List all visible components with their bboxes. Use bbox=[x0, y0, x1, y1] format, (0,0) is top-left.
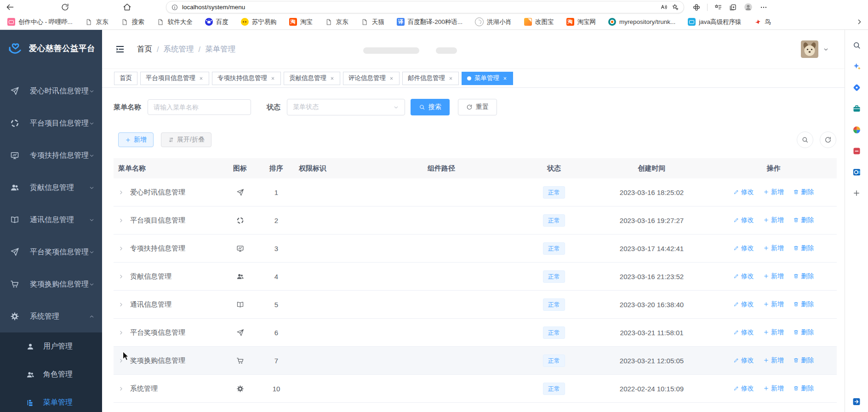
add-link[interactable]: 新增 bbox=[763, 188, 784, 196]
bookmark-item[interactable]: 鸟 bbox=[754, 18, 771, 26]
bookmark-item[interactable]: 淘淘宝 bbox=[289, 18, 313, 26]
close-icon[interactable] bbox=[270, 76, 275, 81]
delete-link[interactable]: 删除 bbox=[793, 188, 814, 196]
add-link[interactable]: 新增 bbox=[763, 384, 784, 393]
tab-platform-project[interactable]: 平台项目信息管理 bbox=[140, 72, 209, 85]
close-icon[interactable] bbox=[503, 76, 508, 81]
sidebar-item-special-support[interactable]: 专项扶持信息管理 bbox=[0, 139, 102, 172]
delete-link[interactable]: 删除 bbox=[793, 272, 814, 280]
expand-collapse-button[interactable]: 展开/折叠 bbox=[161, 132, 211, 147]
avatar[interactable] bbox=[801, 40, 818, 58]
bookmark-item[interactable]: java高级程序猿 bbox=[688, 18, 741, 26]
add-icon[interactable] bbox=[851, 188, 862, 198]
toolbox-icon[interactable] bbox=[851, 103, 862, 114]
breadcrumb-item-home[interactable]: 首页 bbox=[137, 44, 152, 54]
favorites-icon[interactable] bbox=[714, 3, 722, 11]
tab-special-support[interactable]: 专项扶持信息管理 bbox=[212, 72, 281, 85]
url-text[interactable]: localhost/system/menu bbox=[182, 4, 656, 11]
user-menu[interactable] bbox=[801, 40, 829, 58]
bookmark-item[interactable]: 百度 bbox=[205, 18, 228, 26]
bookmark-item[interactable]: 搜索 bbox=[121, 18, 144, 26]
sidebar-item-user-management[interactable]: 用户管理 bbox=[0, 332, 102, 360]
copilot-icon[interactable] bbox=[851, 61, 862, 71]
add-link[interactable]: 新增 bbox=[763, 216, 784, 224]
browser-essentials-icon[interactable] bbox=[852, 397, 862, 406]
shopping-icon[interactable] bbox=[851, 82, 862, 92]
tab-home[interactable]: 首页 bbox=[114, 72, 137, 85]
bookmark-item[interactable]: 洪湖小肖 bbox=[475, 17, 512, 26]
add-link[interactable]: 新增 bbox=[763, 244, 784, 252]
read-aloud-icon[interactable] bbox=[660, 3, 668, 11]
profile-icon[interactable] bbox=[743, 2, 753, 12]
address-bar[interactable]: localhost/system/menu bbox=[166, 1, 684, 13]
table-search-button[interactable] bbox=[797, 132, 813, 148]
status-select[interactable]: 菜单状态 bbox=[287, 99, 405, 115]
apps-icon[interactable] bbox=[851, 125, 862, 135]
expand-caret-icon[interactable] bbox=[118, 386, 124, 392]
delete-link[interactable]: 删除 bbox=[793, 384, 814, 393]
sidebar-item-love-news[interactable]: 爱心时讯信息管理 bbox=[0, 75, 102, 107]
close-icon[interactable] bbox=[389, 76, 394, 81]
delete-link[interactable]: 删除 bbox=[793, 300, 814, 309]
bookmark-item[interactable]: 京东 bbox=[325, 18, 348, 26]
back-icon[interactable] bbox=[3, 1, 17, 13]
notes-icon[interactable] bbox=[851, 146, 862, 156]
menu-name-input[interactable] bbox=[148, 99, 251, 115]
delete-link[interactable]: 删除 bbox=[793, 244, 814, 252]
edit-link[interactable]: 修改 bbox=[733, 188, 754, 196]
add-link[interactable]: 新增 bbox=[763, 300, 784, 309]
edit-link[interactable]: 修改 bbox=[733, 272, 754, 280]
sidebar-item-menu-management[interactable]: 菜单管理 bbox=[0, 389, 102, 412]
sidebar-item-platform-project[interactable]: 平台项目信息管理 bbox=[0, 107, 102, 139]
tab-menu-management[interactable]: 菜单管理 bbox=[462, 72, 513, 85]
tab-mail[interactable]: 邮件信息管理 bbox=[402, 72, 459, 85]
bookmark-item[interactable]: 苏宁易购 bbox=[241, 18, 277, 26]
edit-link[interactable]: 修改 bbox=[733, 244, 754, 252]
bookmark-item[interactable]: 软件大全 bbox=[157, 18, 193, 26]
collections-icon[interactable] bbox=[729, 3, 737, 11]
edit-link[interactable]: 修改 bbox=[733, 384, 754, 393]
close-icon[interactable] bbox=[448, 76, 453, 81]
delete-link[interactable]: 删除 bbox=[793, 356, 814, 365]
add-link[interactable]: 新增 bbox=[763, 328, 784, 337]
breadcrumb-item-system[interactable]: 系统管理 bbox=[164, 44, 194, 54]
add-link[interactable]: 新增 bbox=[763, 356, 784, 365]
tab-comments[interactable]: 评论信息管理 bbox=[343, 72, 400, 85]
expand-caret-icon[interactable] bbox=[118, 189, 124, 195]
expand-caret-icon[interactable] bbox=[118, 246, 124, 252]
table-refresh-button[interactable] bbox=[820, 132, 836, 148]
tab-contribution[interactable]: 贡献信息管理 bbox=[284, 72, 340, 85]
sidebar-item-platform-awards[interactable]: 平台奖项信息管理 bbox=[0, 236, 102, 268]
add-button[interactable]: 新增 bbox=[118, 132, 154, 147]
bookmark-item[interactable]: 京东 bbox=[85, 18, 108, 26]
app-logo-row[interactable]: 爱心慈善公益平台 bbox=[0, 30, 102, 67]
home-icon[interactable] bbox=[120, 1, 134, 13]
refresh-icon[interactable] bbox=[58, 1, 72, 13]
expand-caret-icon[interactable] bbox=[118, 358, 124, 364]
sidebar-item-role-management[interactable]: 角色管理 bbox=[0, 360, 102, 389]
sidebar-item-system[interactable]: 系统管理 bbox=[0, 300, 102, 332]
close-icon[interactable] bbox=[199, 76, 204, 81]
delete-link[interactable]: 删除 bbox=[793, 328, 814, 337]
delete-link[interactable]: 删除 bbox=[793, 216, 814, 224]
expand-caret-icon[interactable] bbox=[118, 330, 124, 336]
site-info-icon[interactable] bbox=[171, 4, 178, 11]
bookmark-item[interactable]: 译百度翻译-200种语... bbox=[397, 18, 463, 26]
expand-caret-icon[interactable] bbox=[118, 274, 124, 280]
sidebar-item-communication[interactable]: 通讯信息管理 bbox=[0, 204, 102, 236]
expand-caret-icon[interactable] bbox=[118, 217, 124, 223]
bookmark-item[interactable]: 淘淘宝网 bbox=[566, 18, 596, 26]
extensions-icon[interactable] bbox=[692, 3, 701, 11]
reset-button[interactable]: 重置 bbox=[458, 99, 497, 115]
search-icon[interactable] bbox=[851, 40, 862, 50]
add-favorite-icon[interactable] bbox=[671, 3, 679, 11]
edit-link[interactable]: 修改 bbox=[733, 216, 754, 224]
sidebar-item-award-exchange[interactable]: 奖项换购信息管理 bbox=[0, 268, 102, 300]
edit-link[interactable]: 修改 bbox=[733, 328, 754, 337]
bookmark-item[interactable]: myrepository/trunk... bbox=[608, 18, 675, 26]
sidebar-item-contribution[interactable]: 贡献信息管理 bbox=[0, 172, 102, 204]
caret-down-icon[interactable] bbox=[823, 46, 829, 52]
outlook-icon[interactable] bbox=[851, 167, 862, 177]
more-menu-icon[interactable] bbox=[760, 3, 768, 11]
edit-link[interactable]: 修改 bbox=[733, 300, 754, 309]
